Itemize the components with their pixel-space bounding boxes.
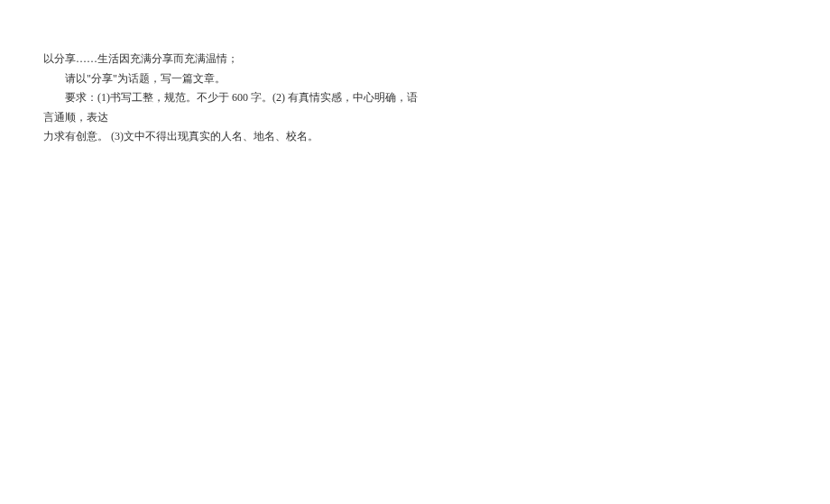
text-line-1: 以分享……生活因充满分享而充满温情； — [43, 50, 422, 69]
text-line-4: 力求有创意。 (3)文中不得出现真实的人名、地名、校名。 — [43, 127, 422, 147]
text-line-3: 要求：(1)书写工整，规范。不少于 600 字。(2) 有真情实感，中心明确，语… — [43, 88, 422, 127]
document-body: 以分享……生活因充满分享而充满温情； 请以"分享"为话题，写一篇文章。 要求：(… — [43, 50, 422, 147]
text-line-2: 请以"分享"为话题，写一篇文章。 — [43, 69, 422, 89]
